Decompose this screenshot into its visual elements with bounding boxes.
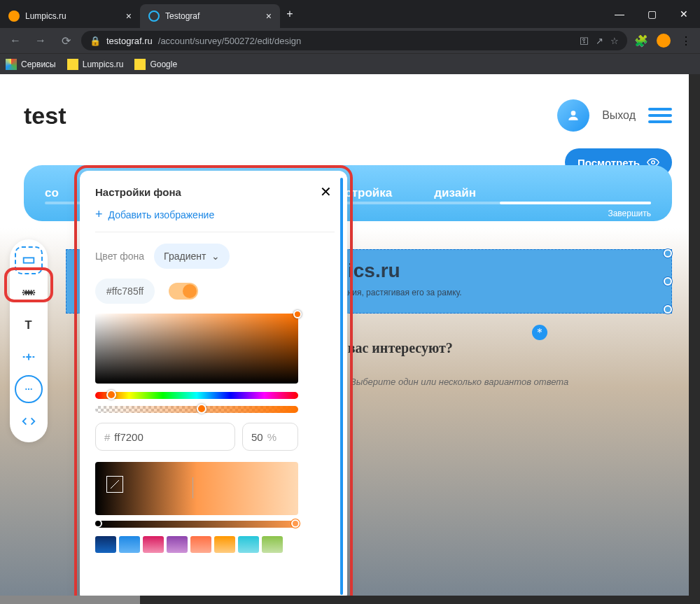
- tool-text[interactable]: T: [15, 311, 43, 339]
- picker-cursor[interactable]: [293, 310, 302, 318]
- menu-button[interactable]: ⋮: [678, 32, 694, 49]
- vertical-scrollbar[interactable]: [689, 74, 700, 596]
- hue-slider[interactable]: [95, 392, 298, 399]
- titlebar: Lumpics.ru × Testograf × + — ▢ ✕: [0, 0, 700, 28]
- handle[interactable]: [664, 249, 672, 258]
- bookmark-services[interactable]: Сервисы: [6, 59, 56, 70]
- horizontal-scrollbar[interactable]: [0, 596, 689, 604]
- share-icon[interactable]: ↗: [596, 36, 603, 46]
- hex-prefix: #: [104, 431, 110, 443]
- select-value: Градиент: [164, 251, 206, 262]
- saturation-picker[interactable]: [95, 314, 298, 384]
- favicon-icon: [148, 10, 160, 22]
- svg-line-9: [111, 480, 119, 489]
- swatch[interactable]: [143, 536, 164, 553]
- step-design[interactable]: дизайн: [434, 186, 476, 200]
- swatch[interactable]: [119, 536, 140, 553]
- finish-link[interactable]: Завершить: [608, 209, 651, 218]
- tool-button[interactable]: [15, 375, 43, 403]
- bookmark-lumpics[interactable]: Lumpics.ru: [67, 59, 124, 70]
- folder-icon: [134, 59, 146, 70]
- tool-divider[interactable]: [15, 343, 43, 371]
- color1-value: #ffc785ff: [106, 286, 144, 297]
- gradient-stop-handle[interactable]: [192, 477, 193, 498]
- exit-link[interactable]: Выход: [602, 109, 636, 122]
- logo: test: [24, 102, 66, 129]
- url-field[interactable]: 🔒 testograf.ru/account/survey/500272/edi…: [81, 31, 627, 50]
- alpha-slider[interactable]: [95, 406, 298, 413]
- color-mode-select[interactable]: Градиент ⌄: [154, 244, 230, 269]
- header-right: Выход: [557, 99, 672, 132]
- resize-handles: [664, 249, 672, 314]
- handle[interactable]: [664, 305, 672, 314]
- close-window-button[interactable]: ✕: [668, 0, 700, 28]
- favicon-icon: [8, 10, 20, 22]
- svg-point-0: [571, 111, 576, 115]
- handle[interactable]: [664, 277, 672, 286]
- avatar[interactable]: [557, 99, 589, 132]
- gradient-stop-none[interactable]: [106, 476, 123, 493]
- maximize-button[interactable]: ▢: [636, 0, 668, 28]
- url-path: /account/survey/500272/edit/design: [158, 36, 302, 46]
- swatch-row: [95, 536, 347, 553]
- bookmark-label: Google: [150, 59, 177, 69]
- close-icon[interactable]: ×: [266, 10, 272, 22]
- step-create[interactable]: со: [45, 186, 59, 200]
- gradient-handle[interactable]: [291, 519, 300, 528]
- close-icon[interactable]: ×: [126, 10, 132, 22]
- alpha-input[interactable]: 50 %: [242, 423, 298, 451]
- bookmark-label: Сервисы: [21, 59, 56, 69]
- add-image-button[interactable]: + Добавить изображение: [95, 207, 347, 222]
- profile-avatar[interactable]: [655, 32, 672, 49]
- gradient-preview[interactable]: [95, 462, 298, 515]
- swatch[interactable]: [238, 536, 259, 553]
- scrollbar[interactable]: [340, 178, 343, 595]
- new-tab-button[interactable]: +: [280, 4, 300, 24]
- extensions-button[interactable]: 🧩: [633, 32, 650, 49]
- key-icon[interactable]: ⚿: [580, 36, 589, 46]
- highlight-annotation: [4, 267, 53, 302]
- hex-input[interactable]: # ff7200: [95, 423, 235, 451]
- chevron-down-icon: ⌄: [211, 251, 220, 262]
- swatch[interactable]: [95, 536, 116, 553]
- text-icon: T: [21, 317, 36, 332]
- slider-thumb[interactable]: [106, 390, 116, 400]
- tab-title: Testograf: [165, 11, 200, 21]
- forward-button[interactable]: →: [31, 31, 50, 50]
- question-rest: вас интересуют?: [344, 340, 453, 356]
- tool-code[interactable]: [15, 407, 43, 435]
- color-label: Цвет фона: [95, 251, 144, 262]
- swatch[interactable]: [262, 536, 283, 553]
- swatch[interactable]: [167, 536, 188, 553]
- bookmark-label: Lumpics.ru: [83, 59, 124, 69]
- background-settings-popup: Настройки фона ✕ + Добавить изображение …: [80, 171, 347, 596]
- bookmark-google[interactable]: Google: [134, 59, 177, 70]
- gradient-bar[interactable]: [95, 521, 298, 528]
- swatch[interactable]: [190, 536, 211, 553]
- slider-thumb[interactable]: [197, 404, 206, 414]
- folder-icon: [67, 59, 78, 70]
- page-content: test Выход Посмотреть со астройка дизайн…: [0, 74, 700, 596]
- minimize-button[interactable]: —: [603, 0, 636, 28]
- hex-value: ff7200: [114, 431, 143, 443]
- back-button[interactable]: ←: [6, 31, 25, 50]
- svg-point-1: [652, 161, 655, 164]
- scroll-thumb[interactable]: [0, 596, 140, 604]
- add-element-button[interactable]: ＊: [532, 325, 547, 340]
- close-icon[interactable]: ✕: [320, 183, 332, 200]
- svg-text:T: T: [25, 318, 32, 331]
- color1-pill[interactable]: #ffc785ff: [95, 279, 155, 304]
- alpha-value: 50: [251, 431, 263, 443]
- window-controls: — ▢ ✕: [603, 0, 700, 28]
- tab-lumpics[interactable]: Lumpics.ru ×: [0, 4, 140, 28]
- reload-button[interactable]: ⟳: [56, 31, 76, 50]
- tab-testograf[interactable]: Testograf ×: [140, 4, 280, 28]
- button-icon: [21, 381, 36, 397]
- swatch[interactable]: [214, 536, 235, 553]
- gradient-handle[interactable]: [94, 519, 102, 528]
- star-icon[interactable]: ☆: [610, 36, 619, 46]
- menu-icon[interactable]: [648, 108, 672, 123]
- color-toggle[interactable]: [169, 283, 198, 300]
- question-hint: Выберите один или несколько вариантов от…: [350, 377, 568, 387]
- plus-icon: +: [95, 207, 103, 222]
